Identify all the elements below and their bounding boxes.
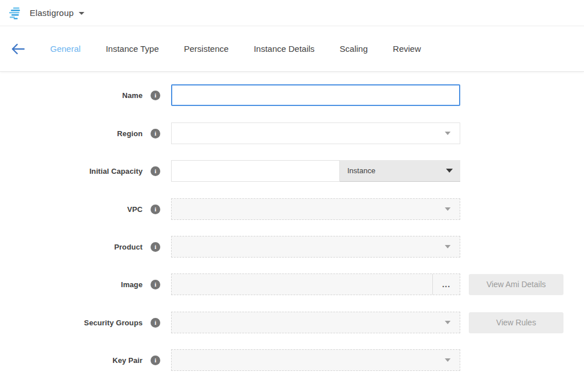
- tab-instance-type[interactable]: Instance Type: [106, 44, 159, 54]
- key-pair-label: Key Pair: [0, 356, 143, 365]
- name-input[interactable]: [171, 84, 460, 106]
- info-icon[interactable]: i: [151, 318, 160, 328]
- initial-capacity-label: Initial Capacity: [0, 167, 143, 175]
- region-label: Region: [0, 129, 143, 138]
- back-arrow-icon[interactable]: [10, 42, 25, 56]
- info-icon[interactable]: i: [151, 205, 160, 214]
- view-rules-button[interactable]: View Rules: [469, 312, 563, 333]
- elastigroup-creation-wizard: Elastigroup General Instance Type Persis…: [0, 0, 584, 392]
- form-row-vpc: VPC i: [0, 198, 584, 220]
- info-icon[interactable]: i: [151, 242, 160, 252]
- form-row-region: Region i: [0, 122, 584, 144]
- form-row-initial-capacity: Initial Capacity i Instance: [0, 160, 584, 182]
- view-ami-details-button[interactable]: View Ami Details: [469, 274, 563, 295]
- form-row-product: Product i: [0, 236, 584, 258]
- initial-capacity-input[interactable]: [171, 160, 340, 182]
- info-icon[interactable]: i: [151, 280, 160, 289]
- browse-image-button[interactable]: ...: [432, 274, 460, 295]
- vpc-label: VPC: [0, 205, 143, 214]
- security-groups-select: [171, 312, 460, 333]
- image-label: Image: [0, 280, 143, 289]
- tab-instance-details[interactable]: Instance Details: [254, 44, 315, 54]
- chevron-down-icon: [445, 132, 451, 135]
- form-row-security-groups: Security Groups i View Rules: [0, 312, 584, 333]
- chevron-down-icon: [445, 358, 451, 362]
- capacity-unit-value: Instance: [347, 166, 375, 175]
- security-groups-label: Security Groups: [0, 318, 143, 327]
- info-icon[interactable]: i: [151, 91, 160, 100]
- tab-persistence[interactable]: Persistence: [184, 44, 229, 54]
- key-pair-select: [171, 349, 460, 371]
- tab-general[interactable]: General: [50, 44, 80, 54]
- form-row-name: Name i: [0, 84, 584, 106]
- form-row-key-pair: Key Pair i: [0, 349, 584, 371]
- region-select[interactable]: [171, 122, 460, 144]
- info-icon[interactable]: i: [151, 356, 160, 365]
- wizard-tabs: General Instance Type Persistence Instan…: [50, 44, 421, 54]
- capacity-unit-select[interactable]: Instance: [340, 160, 460, 182]
- wizard-tab-bar: General Instance Type Persistence Instan…: [0, 26, 584, 72]
- general-settings-form: Name i Region i Initial Capacity i In: [0, 72, 584, 392]
- product-select: [171, 236, 460, 258]
- product-switcher-label[interactable]: Elastigroup: [30, 8, 74, 18]
- info-icon[interactable]: i: [151, 129, 160, 138]
- chevron-down-icon: [446, 169, 453, 173]
- elastigroup-logo-icon: [8, 6, 23, 21]
- top-bar: Elastigroup: [0, 0, 584, 26]
- chevron-down-icon: [445, 207, 451, 211]
- product-label: Product: [0, 243, 143, 251]
- chevron-down-icon: [445, 321, 451, 324]
- vpc-select: [171, 198, 460, 220]
- name-label: Name: [0, 91, 143, 100]
- tab-scaling[interactable]: Scaling: [340, 44, 368, 54]
- chevron-down-icon[interactable]: [79, 12, 84, 15]
- info-icon[interactable]: i: [151, 166, 160, 176]
- tab-review[interactable]: Review: [393, 44, 421, 54]
- image-input: ...: [171, 273, 460, 295]
- form-row-image: Image i ... View Ami Details: [0, 273, 584, 295]
- chevron-down-icon: [445, 245, 451, 248]
